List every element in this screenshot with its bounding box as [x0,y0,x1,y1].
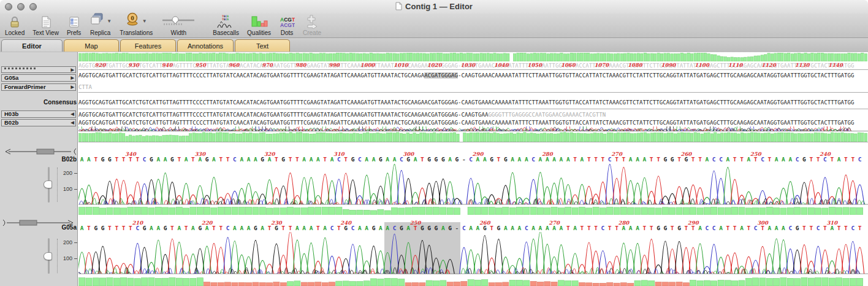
base-letter: C [754,225,758,232]
base-letter: T [594,156,598,163]
base-letter: T [295,156,299,163]
b02b-trace-label: B02b [0,156,77,163]
width-slider-icon [161,14,196,29]
divider [78,69,868,70]
toolbar-button-dots[interactable]: ACGTACGT Dots [279,14,295,36]
base-letter: A [247,225,251,232]
ruler-label: 970 [262,62,273,68]
scroll-thumb[interactable] [37,149,54,154]
base-letter: A [80,225,84,232]
base-letter: G [448,225,452,232]
ruler-label: 930 [128,62,139,68]
ruler-label: 1040 [494,62,509,68]
base-letter: C [330,225,334,232]
divider [78,142,868,142]
ruler-label: 1070 [595,62,609,68]
base-letter: T [837,225,841,232]
y-axis-tick [74,258,77,259]
toolbar-button-basecalls[interactable]: TGCATGCA Basecalls [213,14,239,36]
sequence-name: B02b [4,119,18,126]
toolbar-label: Width [170,29,186,36]
b02b-chromatogram [78,163,868,205]
base-letter: T [414,225,417,232]
ruler-label: 960 [229,62,240,68]
triangle-right-icon: ▶ [71,75,74,81]
toolbar-button-translations[interactable]: 0▼ Translations [120,14,153,36]
base-letter: A [212,156,216,163]
tab-label: Editor [22,42,42,50]
base-letter: A [775,225,779,232]
toolbar-button-replica[interactable]: ▼ Replica [89,14,112,36]
base-letter: G [664,225,668,232]
base-letter: A [156,156,160,163]
ruler-label: 1140 [828,62,843,68]
sidebar-item-clipped[interactable]: ▶ [1,66,76,73]
base-letter: G [198,225,202,232]
toolbar-button-text-view[interactable]: Text View [32,14,59,36]
base-letter: C [351,225,355,232]
base-letter: T [740,156,744,163]
base-letter: G [94,225,97,232]
base-letter: A [560,225,563,232]
base-letter: G [497,225,501,232]
toolbar-label: Dots [281,29,294,36]
toolbar-button-locked[interactable]: Locked [5,14,25,36]
lock-icon [8,14,21,29]
tab-features[interactable]: Features [120,39,176,52]
window-title-area: Contig 1 — Editor [0,2,868,11]
base-letter: C [462,225,466,232]
sequence-text: CTTA [78,84,92,90]
sidebar-item-forwardprimer[interactable]: ForwardPrimer▶ [1,83,76,91]
base-letter: T [733,156,737,163]
base-letter: G [421,225,424,232]
base-letter: T [497,156,501,163]
base-letter: T [643,225,647,232]
b02b-scale-slider-thumb[interactable] [44,180,52,188]
base-letter: A [518,225,522,232]
base-letter: T [733,225,737,232]
sidebar-item-g05a[interactable]: G05a▶ [1,74,76,82]
base-letter: C [788,225,792,232]
tab-map[interactable]: Map [64,39,119,52]
base-letter: A [726,156,729,163]
g05a-scale-slider-thumb[interactable] [44,252,52,260]
sidebar-item-b02b[interactable]: B02b◀ [1,119,76,126]
ruler-label: 1080 [628,62,642,68]
base-letter: T [809,156,813,163]
toolbar-button-qualities[interactable]: Qualities [247,14,271,36]
text-view-icon [40,14,51,29]
base-letter: T [691,156,695,163]
toolbar-button-prefs[interactable]: Prefs [67,14,81,36]
base-letter: A [476,156,480,163]
base-letter: A [705,156,709,163]
base-letter: A [295,225,299,232]
base-letter: A [552,225,556,232]
base-letter: T [581,225,584,232]
base-letter: C [823,156,827,163]
base-letter: G [435,156,438,163]
base-letter: C [469,156,473,163]
triangle-right-icon: ▶ [71,67,74,73]
slider-ticks [57,239,58,273]
base-letter: A [205,225,209,232]
base-letter: C [796,156,799,163]
base-letter: A [261,225,264,232]
base-letter: A [177,225,181,232]
base-letter: A [775,156,779,163]
triangle-left-icon: ◀ [71,120,74,126]
b02b-range-scrollbar[interactable] [1,148,77,155]
toolbar-label: Text View [32,29,59,36]
sidebar-item-h03b[interactable]: H03b◀ [1,110,76,118]
base-letter: G [664,156,668,163]
tab-editor[interactable]: Editor [1,39,63,52]
base-letter: A [546,156,549,163]
base-letter: A [483,156,487,163]
base-letter: C [712,156,716,163]
tab-text[interactable]: Text [235,39,290,52]
toolbar-button-width[interactable]: Width [161,14,196,36]
chevron-down-icon: ▼ [142,18,147,24]
base-letter: C [601,225,605,232]
base-letter: - [455,225,459,232]
base-letter: G [205,156,209,163]
tab-annotations[interactable]: Annotations [177,39,234,52]
